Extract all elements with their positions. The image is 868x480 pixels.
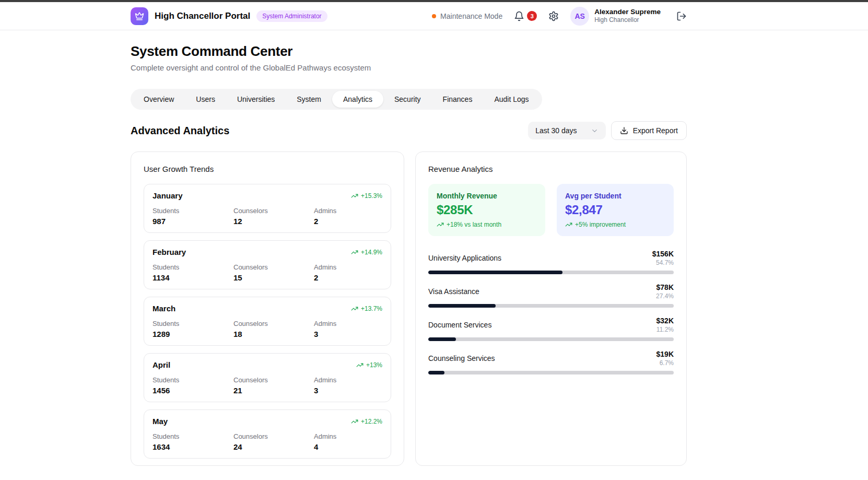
tab-analytics[interactable]: Analytics	[332, 91, 383, 108]
tab-security[interactable]: Security	[383, 91, 432, 108]
monthly-revenue-delta: +18% vs last month	[437, 221, 537, 228]
user-role: High Chancellor	[594, 16, 661, 24]
tab-finances[interactable]: Finances	[432, 91, 484, 108]
page-title: System Command Center	[131, 43, 687, 60]
trending-up-icon	[356, 361, 363, 369]
growth-trend: +13%	[356, 361, 382, 369]
service-value: $156K	[652, 250, 674, 258]
avg-per-student-delta: +5% improvement	[565, 221, 665, 228]
students-value: 1634	[153, 442, 233, 451]
role-badge: System Administrator	[256, 10, 327, 22]
month-row-february: February +14.9% Students1134 Counselors1…	[144, 240, 391, 289]
admins-value: 2	[314, 217, 382, 226]
service-percent: 54.7%	[652, 259, 674, 266]
service-percent: 11.2%	[656, 326, 674, 333]
growth-value: +12.2%	[361, 418, 382, 425]
maintenance-label: Maintenance Mode	[440, 12, 502, 20]
service-row-document-services: Document Services $32K 11.2%	[428, 317, 674, 341]
date-range-select[interactable]: Last 30 days	[528, 122, 605, 139]
trending-up-icon	[351, 418, 358, 425]
user-growth-card: User Growth Trends January +15.3% Studen…	[131, 151, 404, 466]
monthly-revenue-value: $285K	[437, 203, 537, 217]
progress-fill	[428, 271, 562, 274]
tab-universities[interactable]: Universities	[226, 91, 286, 108]
service-row-university-applications: University Applications $156K 54.7%	[428, 250, 674, 274]
service-name: University Applications	[428, 254, 501, 262]
tab-audit-logs[interactable]: Audit Logs	[483, 91, 539, 108]
maintenance-mode-indicator: Maintenance Mode	[432, 12, 502, 20]
month-row-april: April +13% Students1456 Counselors21 Adm…	[144, 353, 391, 402]
month-name: February	[153, 248, 186, 256]
trending-up-icon	[437, 221, 444, 228]
trending-up-icon	[351, 305, 358, 312]
progress-track	[428, 271, 674, 274]
service-row-counseling-services: Counseling Services $19K 6.7%	[428, 350, 674, 374]
monthly-revenue-delta-text: +18% vs last month	[447, 221, 501, 228]
service-percent: 27.4%	[656, 292, 674, 300]
date-range-value: Last 30 days	[535, 126, 577, 135]
service-row-visa-assistance: Visa Assistance $78K 27.4%	[428, 283, 674, 308]
tab-overview[interactable]: Overview	[133, 91, 185, 108]
chevron-down-icon	[591, 127, 599, 135]
trending-up-icon	[351, 192, 358, 200]
admins-value: 4	[314, 442, 382, 451]
tab-users[interactable]: Users	[185, 91, 226, 108]
settings-button[interactable]	[548, 11, 559, 21]
notification-count-badge: 3	[527, 11, 537, 21]
section-title: Advanced Analytics	[131, 125, 229, 137]
growth-value: +14.9%	[361, 249, 382, 256]
export-report-button[interactable]: Export Report	[611, 121, 687, 140]
progress-track	[428, 337, 674, 341]
avg-per-student-value: $2,847	[565, 203, 665, 217]
students-value: 1289	[153, 330, 233, 338]
maintenance-dot	[432, 14, 436, 18]
month-name: May	[153, 417, 168, 426]
students-label: Students	[153, 320, 233, 327]
app-title: High Chancellor Portal	[155, 11, 250, 21]
service-name: Document Services	[428, 321, 491, 329]
export-report-label: Export Report	[633, 126, 678, 135]
students-label: Students	[153, 207, 233, 215]
progress-track	[428, 371, 674, 374]
counselors-label: Counselors	[233, 376, 314, 384]
progress-track	[428, 304, 674, 308]
month-row-march: March +13.7% Students1289 Counselors18 A…	[144, 297, 391, 346]
service-value: $19K	[656, 350, 674, 358]
admins-label: Admins	[314, 263, 382, 271]
admins-label: Admins	[314, 376, 382, 384]
month-name: January	[153, 191, 183, 200]
app-logo	[131, 7, 148, 25]
tab-system[interactable]: System	[286, 91, 332, 108]
month-name: April	[153, 360, 170, 369]
logout-button[interactable]	[676, 11, 687, 21]
avg-per-student-label: Avg per Student	[565, 192, 665, 200]
students-value: 1456	[153, 386, 233, 395]
service-percent: 6.7%	[656, 359, 674, 367]
user-menu[interactable]: AS Alexander Supreme High Chancellor	[570, 7, 661, 26]
service-value: $78K	[656, 283, 674, 291]
counselors-value: 21	[233, 386, 314, 395]
counselors-label: Counselors	[233, 320, 314, 327]
service-value: $32K	[656, 317, 674, 325]
service-name: Counseling Services	[428, 354, 495, 362]
students-label: Students	[153, 376, 233, 384]
students-value: 1134	[153, 273, 233, 282]
growth-trend: +13.7%	[351, 305, 382, 312]
notifications-button[interactable]: 3	[514, 11, 537, 21]
month-name: March	[153, 304, 175, 313]
main-content: System Command Center Complete oversight…	[131, 30, 687, 466]
growth-value: +13%	[366, 361, 382, 369]
admins-value: 2	[314, 273, 382, 282]
growth-trend: +12.2%	[351, 418, 382, 425]
revenue-analytics-card: Revenue Analytics Monthly Revenue $285K …	[415, 151, 687, 466]
admins-label: Admins	[314, 320, 382, 327]
monthly-revenue-box: Monthly Revenue $285K +18% vs last month	[428, 184, 545, 236]
counselors-value: 15	[233, 273, 314, 282]
counselors-value: 18	[233, 330, 314, 338]
admins-label: Admins	[314, 207, 382, 215]
admins-value: 3	[314, 386, 382, 395]
service-name: Visa Assistance	[428, 287, 479, 296]
month-row-january: January +15.3% Students987 Counselors12 …	[144, 184, 391, 233]
avatar: AS	[570, 7, 589, 26]
avg-per-student-box: Avg per Student $2,847 +5% improvement	[557, 184, 674, 236]
